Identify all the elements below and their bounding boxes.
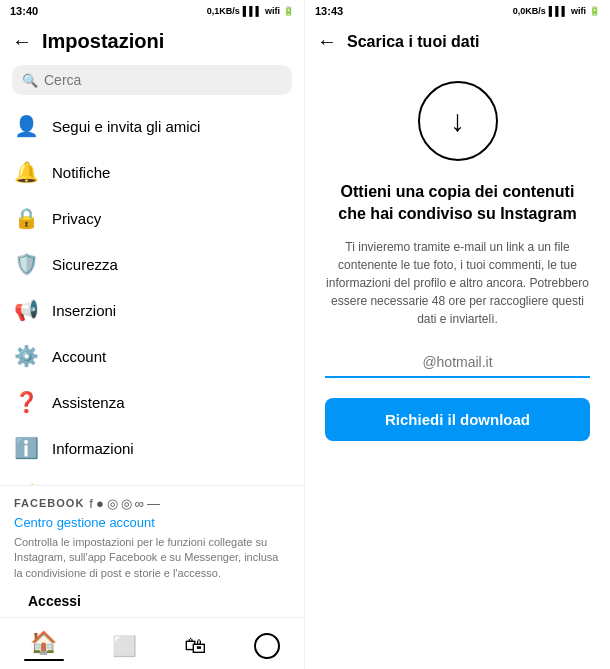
help-icon: ❓ <box>14 390 38 414</box>
facebook-label: FACEBOOK <box>14 497 84 509</box>
shop-icon: 🛍 <box>184 633 206 659</box>
download-button[interactable]: Richiedi il download <box>325 398 590 441</box>
oculus-icon: ∞ <box>135 496 144 511</box>
right-signal-icon: ▌▌▌ <box>549 6 568 16</box>
menu-label-privacy: Privacy <box>52 210 101 227</box>
search-icon: 🔍 <box>22 73 38 88</box>
menu-label-informazioni: Informazioni <box>52 440 134 457</box>
menu-item-informazioni[interactable]: ℹ️ Informazioni <box>0 425 304 471</box>
accessi-label: Accessi <box>14 589 290 613</box>
download-icon-circle: ↓ <box>418 81 498 161</box>
left-status-bar: 13:40 0,1KB/s ▌▌▌ wifi 🔋 <box>0 0 304 22</box>
facebook-icons: f ● ◎ ◎ ∞ — <box>89 496 160 511</box>
facebook-header: FACEBOOK f ● ◎ ◎ ∞ — <box>14 496 290 511</box>
fb-icon: f <box>89 496 93 511</box>
info-icon: ℹ️ <box>14 436 38 460</box>
account-icon: ⚙️ <box>14 344 38 368</box>
whatsapp-icon: ◎ <box>121 496 132 511</box>
left-panel: 13:40 0,1KB/s ▌▌▌ wifi 🔋 ← Impostazioni … <box>0 0 305 669</box>
signal-icon: ▌▌▌ <box>243 6 262 16</box>
right-content: ↓ Ottieni una copia dei contenuti che ha… <box>305 61 610 669</box>
instagram-icon: ◎ <box>107 496 118 511</box>
menu-label-inserzioni: Inserzioni <box>52 302 116 319</box>
download-arrow-icon: ↓ <box>450 104 465 138</box>
menu-item-assistenza[interactable]: ❓ Assistenza <box>0 379 304 425</box>
messenger-icon: ● <box>96 496 104 511</box>
profile-icon <box>254 633 280 659</box>
right-battery-icon: 🔋 <box>589 6 600 16</box>
main-title: Ottieni una copia dei contenuti che hai … <box>325 181 590 226</box>
notification-icon: 🔔 <box>14 160 38 184</box>
nav-home[interactable]: 🏠 <box>24 630 64 661</box>
follow-icon: 👤 <box>14 114 38 138</box>
menu-item-segui[interactable]: 👤 Segui e invita gli amici <box>0 103 304 149</box>
search-input[interactable] <box>44 72 282 88</box>
search-bar: 🔍 <box>12 65 292 95</box>
nav-profile[interactable] <box>254 633 280 659</box>
menu-label-account: Account <box>52 348 106 365</box>
home-indicator <box>24 659 64 661</box>
left-header: ← Impostazioni <box>0 22 304 61</box>
right-page-title: Scarica i tuoi dati <box>347 33 479 51</box>
email-input-container <box>325 348 590 378</box>
menu-label-assistenza: Assistenza <box>52 394 125 411</box>
menu-item-sicurezza[interactable]: 🛡️ Sicurezza <box>0 241 304 287</box>
right-data-speed: 0,0KB/s <box>513 6 546 16</box>
nav-reels[interactable]: ⬜ <box>112 634 137 658</box>
portal-icon: — <box>147 496 160 511</box>
email-input[interactable] <box>325 348 590 376</box>
menu-item-tema[interactable]: 🌙 Tema <box>0 471 304 485</box>
security-icon: 🛡️ <box>14 252 38 276</box>
menu-item-privacy[interactable]: 🔒 Privacy <box>0 195 304 241</box>
right-back-button[interactable]: ← <box>317 30 337 53</box>
menu-item-inserzioni[interactable]: 📢 Inserzioni <box>0 287 304 333</box>
right-panel: 13:43 0,0KB/s ▌▌▌ wifi 🔋 ← Scarica i tuo… <box>305 0 610 669</box>
home-icon: 🏠 <box>30 630 57 656</box>
left-page-title: Impostazioni <box>42 30 164 53</box>
left-status-icons: 0,1KB/s ▌▌▌ wifi 🔋 <box>207 6 294 16</box>
menu-item-account[interactable]: ⚙️ Account <box>0 333 304 379</box>
menu-list: 👤 Segui e invita gli amici 🔔 Notifiche 🔒… <box>0 103 304 485</box>
menu-label-notifiche: Notifiche <box>52 164 110 181</box>
wifi-icon: wifi <box>265 6 280 16</box>
left-bottom-nav: 🏠 ⬜ 🛍 <box>0 617 304 669</box>
right-time: 13:43 <box>315 5 343 17</box>
reels-icon: ⬜ <box>112 634 137 658</box>
privacy-icon: 🔒 <box>14 206 38 230</box>
left-back-button[interactable]: ← <box>12 30 32 53</box>
menu-item-notifiche[interactable]: 🔔 Notifiche <box>0 149 304 195</box>
data-speed: 0,1KB/s <box>207 6 240 16</box>
centro-gestione-link[interactable]: Centro gestione account <box>14 515 290 530</box>
sub-description: Ti invieremo tramite e-mail un link a un… <box>325 238 590 328</box>
facebook-description: Controlla le impostazioni per le funzion… <box>14 535 290 581</box>
menu-label-segui: Segui e invita gli amici <box>52 118 200 135</box>
right-header: ← Scarica i tuoi dati <box>305 22 610 61</box>
right-wifi-icon: wifi <box>571 6 586 16</box>
menu-label-sicurezza: Sicurezza <box>52 256 118 273</box>
nav-shop[interactable]: 🛍 <box>184 633 206 659</box>
facebook-section: FACEBOOK f ● ◎ ◎ ∞ — Centro gestione acc… <box>0 485 304 617</box>
ads-icon: 📢 <box>14 298 38 322</box>
right-status-icons: 0,0KB/s ▌▌▌ wifi 🔋 <box>513 6 600 16</box>
left-time: 13:40 <box>10 5 38 17</box>
battery-icon: 🔋 <box>283 6 294 16</box>
right-status-bar: 13:43 0,0KB/s ▌▌▌ wifi 🔋 <box>305 0 610 22</box>
